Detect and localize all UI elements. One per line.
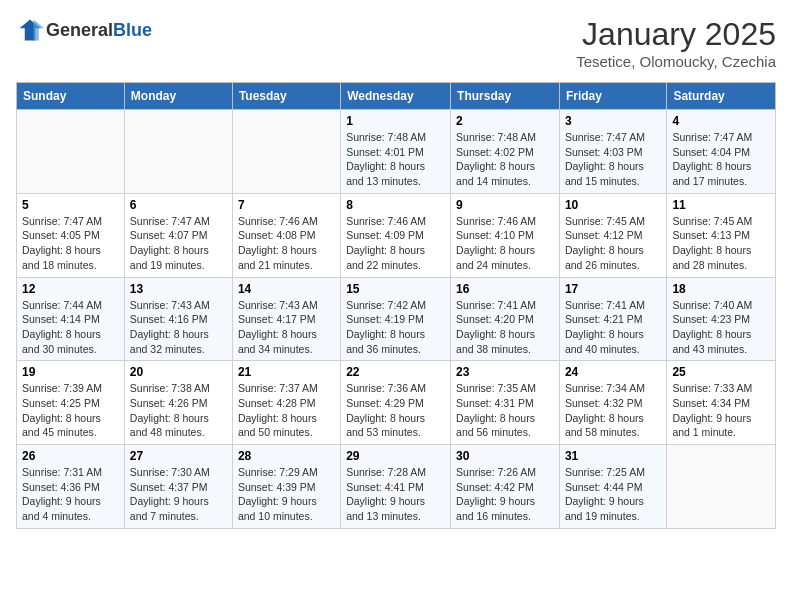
calendar-cell: 20Sunrise: 7:38 AM Sunset: 4:26 PM Dayli… bbox=[124, 361, 232, 445]
day-number: 11 bbox=[672, 198, 770, 212]
day-number: 18 bbox=[672, 282, 770, 296]
calendar-cell bbox=[232, 110, 340, 194]
calendar-cell bbox=[124, 110, 232, 194]
calendar-cell: 11Sunrise: 7:45 AM Sunset: 4:13 PM Dayli… bbox=[667, 193, 776, 277]
day-info: Sunrise: 7:43 AM Sunset: 4:17 PM Dayligh… bbox=[238, 298, 335, 357]
day-number: 1 bbox=[346, 114, 445, 128]
day-info: Sunrise: 7:25 AM Sunset: 4:44 PM Dayligh… bbox=[565, 465, 661, 524]
day-number: 26 bbox=[22, 449, 119, 463]
day-number: 8 bbox=[346, 198, 445, 212]
calendar-cell: 1Sunrise: 7:48 AM Sunset: 4:01 PM Daylig… bbox=[341, 110, 451, 194]
calendar-cell: 29Sunrise: 7:28 AM Sunset: 4:41 PM Dayli… bbox=[341, 445, 451, 529]
day-info: Sunrise: 7:41 AM Sunset: 4:20 PM Dayligh… bbox=[456, 298, 554, 357]
day-info: Sunrise: 7:47 AM Sunset: 4:07 PM Dayligh… bbox=[130, 214, 227, 273]
day-info: Sunrise: 7:35 AM Sunset: 4:31 PM Dayligh… bbox=[456, 381, 554, 440]
calendar-cell: 30Sunrise: 7:26 AM Sunset: 4:42 PM Dayli… bbox=[451, 445, 560, 529]
day-number: 5 bbox=[22, 198, 119, 212]
calendar-table: SundayMondayTuesdayWednesdayThursdayFrid… bbox=[16, 82, 776, 529]
day-number: 6 bbox=[130, 198, 227, 212]
calendar-cell: 27Sunrise: 7:30 AM Sunset: 4:37 PM Dayli… bbox=[124, 445, 232, 529]
day-info: Sunrise: 7:26 AM Sunset: 4:42 PM Dayligh… bbox=[456, 465, 554, 524]
day-number: 25 bbox=[672, 365, 770, 379]
day-number: 15 bbox=[346, 282, 445, 296]
calendar-cell: 26Sunrise: 7:31 AM Sunset: 4:36 PM Dayli… bbox=[17, 445, 125, 529]
day-info: Sunrise: 7:37 AM Sunset: 4:28 PM Dayligh… bbox=[238, 381, 335, 440]
calendar-cell: 4Sunrise: 7:47 AM Sunset: 4:04 PM Daylig… bbox=[667, 110, 776, 194]
calendar-week-1: 1Sunrise: 7:48 AM Sunset: 4:01 PM Daylig… bbox=[17, 110, 776, 194]
day-number: 31 bbox=[565, 449, 661, 463]
day-number: 19 bbox=[22, 365, 119, 379]
day-number: 23 bbox=[456, 365, 554, 379]
logo-icon bbox=[16, 16, 44, 44]
day-info: Sunrise: 7:33 AM Sunset: 4:34 PM Dayligh… bbox=[672, 381, 770, 440]
calendar-cell: 31Sunrise: 7:25 AM Sunset: 4:44 PM Dayli… bbox=[559, 445, 666, 529]
calendar-cell: 12Sunrise: 7:44 AM Sunset: 4:14 PM Dayli… bbox=[17, 277, 125, 361]
day-info: Sunrise: 7:42 AM Sunset: 4:19 PM Dayligh… bbox=[346, 298, 445, 357]
calendar-cell: 13Sunrise: 7:43 AM Sunset: 4:16 PM Dayli… bbox=[124, 277, 232, 361]
day-info: Sunrise: 7:40 AM Sunset: 4:23 PM Dayligh… bbox=[672, 298, 770, 357]
day-info: Sunrise: 7:46 AM Sunset: 4:10 PM Dayligh… bbox=[456, 214, 554, 273]
day-info: Sunrise: 7:45 AM Sunset: 4:12 PM Dayligh… bbox=[565, 214, 661, 273]
day-info: Sunrise: 7:47 AM Sunset: 4:03 PM Dayligh… bbox=[565, 130, 661, 189]
day-number: 29 bbox=[346, 449, 445, 463]
calendar-cell: 22Sunrise: 7:36 AM Sunset: 4:29 PM Dayli… bbox=[341, 361, 451, 445]
calendar-cell: 23Sunrise: 7:35 AM Sunset: 4:31 PM Dayli… bbox=[451, 361, 560, 445]
location-subtitle: Tesetice, Olomoucky, Czechia bbox=[576, 53, 776, 70]
day-info: Sunrise: 7:31 AM Sunset: 4:36 PM Dayligh… bbox=[22, 465, 119, 524]
day-info: Sunrise: 7:30 AM Sunset: 4:37 PM Dayligh… bbox=[130, 465, 227, 524]
weekday-header-sunday: Sunday bbox=[17, 83, 125, 110]
day-info: Sunrise: 7:39 AM Sunset: 4:25 PM Dayligh… bbox=[22, 381, 119, 440]
day-info: Sunrise: 7:48 AM Sunset: 4:02 PM Dayligh… bbox=[456, 130, 554, 189]
page-header: GeneralBlue January 2025 Tesetice, Olomo… bbox=[16, 16, 776, 70]
day-info: Sunrise: 7:29 AM Sunset: 4:39 PM Dayligh… bbox=[238, 465, 335, 524]
day-number: 28 bbox=[238, 449, 335, 463]
calendar-week-2: 5Sunrise: 7:47 AM Sunset: 4:05 PM Daylig… bbox=[17, 193, 776, 277]
day-number: 14 bbox=[238, 282, 335, 296]
calendar-cell bbox=[17, 110, 125, 194]
calendar-cell: 15Sunrise: 7:42 AM Sunset: 4:19 PM Dayli… bbox=[341, 277, 451, 361]
day-number: 12 bbox=[22, 282, 119, 296]
svg-marker-1 bbox=[34, 20, 45, 41]
calendar-cell bbox=[667, 445, 776, 529]
calendar-week-3: 12Sunrise: 7:44 AM Sunset: 4:14 PM Dayli… bbox=[17, 277, 776, 361]
calendar-week-5: 26Sunrise: 7:31 AM Sunset: 4:36 PM Dayli… bbox=[17, 445, 776, 529]
day-info: Sunrise: 7:47 AM Sunset: 4:05 PM Dayligh… bbox=[22, 214, 119, 273]
day-number: 30 bbox=[456, 449, 554, 463]
calendar-cell: 16Sunrise: 7:41 AM Sunset: 4:20 PM Dayli… bbox=[451, 277, 560, 361]
day-info: Sunrise: 7:48 AM Sunset: 4:01 PM Dayligh… bbox=[346, 130, 445, 189]
logo: GeneralBlue bbox=[16, 16, 152, 44]
calendar-cell: 18Sunrise: 7:40 AM Sunset: 4:23 PM Dayli… bbox=[667, 277, 776, 361]
calendar-cell: 9Sunrise: 7:46 AM Sunset: 4:10 PM Daylig… bbox=[451, 193, 560, 277]
day-number: 2 bbox=[456, 114, 554, 128]
calendar-cell: 19Sunrise: 7:39 AM Sunset: 4:25 PM Dayli… bbox=[17, 361, 125, 445]
day-info: Sunrise: 7:38 AM Sunset: 4:26 PM Dayligh… bbox=[130, 381, 227, 440]
day-info: Sunrise: 7:46 AM Sunset: 4:08 PM Dayligh… bbox=[238, 214, 335, 273]
calendar-cell: 6Sunrise: 7:47 AM Sunset: 4:07 PM Daylig… bbox=[124, 193, 232, 277]
day-info: Sunrise: 7:44 AM Sunset: 4:14 PM Dayligh… bbox=[22, 298, 119, 357]
day-info: Sunrise: 7:36 AM Sunset: 4:29 PM Dayligh… bbox=[346, 381, 445, 440]
day-number: 27 bbox=[130, 449, 227, 463]
day-number: 20 bbox=[130, 365, 227, 379]
day-info: Sunrise: 7:28 AM Sunset: 4:41 PM Dayligh… bbox=[346, 465, 445, 524]
day-number: 17 bbox=[565, 282, 661, 296]
weekday-header-saturday: Saturday bbox=[667, 83, 776, 110]
calendar-cell: 24Sunrise: 7:34 AM Sunset: 4:32 PM Dayli… bbox=[559, 361, 666, 445]
day-info: Sunrise: 7:47 AM Sunset: 4:04 PM Dayligh… bbox=[672, 130, 770, 189]
calendar-cell: 5Sunrise: 7:47 AM Sunset: 4:05 PM Daylig… bbox=[17, 193, 125, 277]
weekday-header-friday: Friday bbox=[559, 83, 666, 110]
month-title: January 2025 bbox=[576, 16, 776, 53]
calendar-cell: 8Sunrise: 7:46 AM Sunset: 4:09 PM Daylig… bbox=[341, 193, 451, 277]
calendar-cell: 14Sunrise: 7:43 AM Sunset: 4:17 PM Dayli… bbox=[232, 277, 340, 361]
day-info: Sunrise: 7:46 AM Sunset: 4:09 PM Dayligh… bbox=[346, 214, 445, 273]
calendar-cell: 3Sunrise: 7:47 AM Sunset: 4:03 PM Daylig… bbox=[559, 110, 666, 194]
calendar-cell: 28Sunrise: 7:29 AM Sunset: 4:39 PM Dayli… bbox=[232, 445, 340, 529]
day-number: 16 bbox=[456, 282, 554, 296]
day-number: 7 bbox=[238, 198, 335, 212]
day-info: Sunrise: 7:45 AM Sunset: 4:13 PM Dayligh… bbox=[672, 214, 770, 273]
calendar-cell: 17Sunrise: 7:41 AM Sunset: 4:21 PM Dayli… bbox=[559, 277, 666, 361]
logo-text-blue: Blue bbox=[113, 20, 152, 40]
calendar-cell: 21Sunrise: 7:37 AM Sunset: 4:28 PM Dayli… bbox=[232, 361, 340, 445]
weekday-header-thursday: Thursday bbox=[451, 83, 560, 110]
day-info: Sunrise: 7:34 AM Sunset: 4:32 PM Dayligh… bbox=[565, 381, 661, 440]
day-info: Sunrise: 7:41 AM Sunset: 4:21 PM Dayligh… bbox=[565, 298, 661, 357]
